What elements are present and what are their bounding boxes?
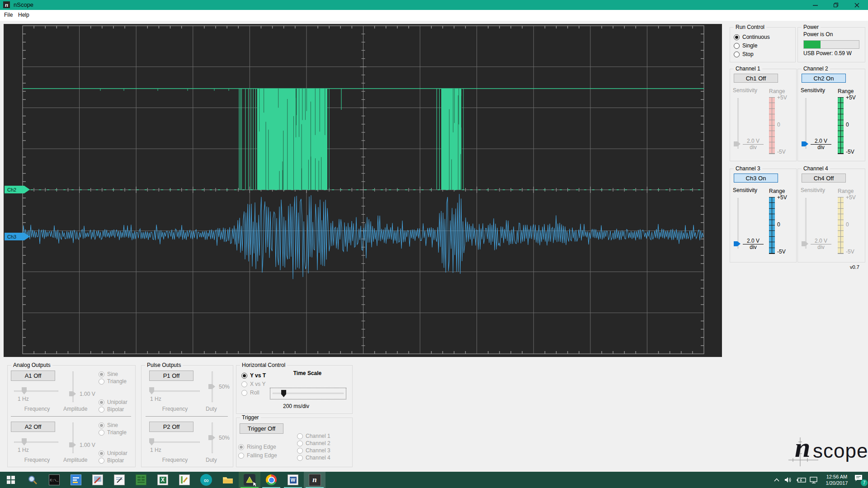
taskbar-photo-viewer[interactable]	[87, 472, 108, 488]
mode-yvst-radio[interactable]: Y vs T	[241, 372, 266, 379]
radio-single[interactable]: Single	[734, 42, 757, 49]
tray-chevron-button[interactable]	[772, 475, 781, 484]
tray-volume-button[interactable]	[783, 475, 794, 484]
taskbar-green-terminal[interactable]	[130, 472, 152, 488]
tray-battery-button[interactable]	[796, 475, 807, 484]
p1-frequency-slider[interactable]	[149, 390, 200, 392]
channel3-range-ruler[interactable]	[769, 197, 775, 254]
menu-file[interactable]: File	[4, 12, 13, 18]
a2-triangle-radio[interactable]: Triangle	[99, 429, 127, 436]
a2-sine-circle[interactable]	[99, 422, 104, 428]
radio-single-circle[interactable]	[734, 43, 740, 49]
trigger-channel4-circle[interactable]	[297, 455, 303, 461]
a1-sine-circle[interactable]	[99, 371, 104, 377]
trigger-channel2-radio[interactable]: Channel 2	[297, 440, 330, 446]
taskbar-start[interactable]	[0, 472, 22, 488]
radio-stop[interactable]: Stop	[734, 51, 754, 57]
taskbar-notebook[interactable]	[174, 472, 195, 488]
a1-triangle-radio[interactable]: Triangle	[99, 378, 127, 385]
trigger-channel1-radio[interactable]: Channel 1	[297, 433, 330, 439]
channel1-range-top: +5V	[777, 94, 787, 101]
channel2-range-ruler[interactable]	[838, 97, 844, 154]
falling-edge-radio[interactable]: Falling Edge	[238, 452, 277, 459]
tray-clock[interactable]: 12:56 AM 1/20/2017	[822, 474, 852, 486]
channel3-toggle-button[interactable]: Ch3 On	[734, 174, 778, 183]
a2-bipolar-radio[interactable]: Bipolar	[99, 457, 124, 464]
a1-toggle-button[interactable]: A1 Off	[11, 371, 55, 381]
mode-yvst-circle[interactable]	[241, 373, 247, 379]
tray-network-button[interactable]	[808, 475, 820, 484]
time-scale-slider[interactable]	[270, 388, 346, 399]
falling-edge-circle[interactable]	[238, 453, 244, 459]
a1-triangle-circle[interactable]	[99, 379, 104, 385]
channel4-range-ruler[interactable]	[838, 197, 844, 254]
tray-notification-button[interactable]: 7	[854, 474, 866, 485]
a1-amplitude-slider[interactable]	[72, 371, 74, 402]
p1-toggle-button[interactable]: P1 Off	[149, 371, 193, 381]
taskbar-arduino-ide[interactable]	[239, 472, 260, 488]
channel2-toggle-button[interactable]: Ch2 On	[802, 74, 846, 83]
radio-continuous-circle[interactable]	[734, 34, 740, 40]
channel1-range-ruler[interactable]	[769, 97, 775, 154]
taskbar-nscope[interactable]: n	[304, 472, 326, 488]
mode-xvsy-circle[interactable]	[241, 381, 247, 387]
menu-help[interactable]: Help	[18, 12, 29, 18]
mode-xvsy-label: X vs Y	[250, 381, 265, 387]
channel4-sensitivity-handle[interactable]	[802, 241, 808, 246]
trigger-off-button[interactable]: Trigger Off	[240, 423, 283, 434]
channel1-sensitivity-slider[interactable]	[737, 98, 739, 149]
restore-button[interactable]	[826, 0, 846, 10]
trigger-channel2-circle[interactable]	[297, 441, 303, 446]
rising-edge-radio[interactable]: Rising Edge	[238, 444, 276, 450]
p2-frequency-slider[interactable]	[149, 441, 200, 443]
minimize-button[interactable]	[805, 0, 826, 10]
radio-stop-circle[interactable]	[734, 52, 740, 57]
a1-bipolar-circle[interactable]	[99, 407, 104, 413]
a1-unipolar-circle[interactable]	[99, 399, 104, 405]
a2-amplitude-slider[interactable]	[72, 422, 74, 453]
mode-roll-circle[interactable]	[241, 390, 247, 396]
taskbar-word[interactable]: W	[282, 472, 304, 488]
a2-toggle-button[interactable]: A2 Off	[11, 422, 55, 432]
a2-triangle-circle[interactable]	[99, 430, 104, 436]
channel4-sensitivity-slider[interactable]	[805, 198, 807, 249]
channel1-sensitivity-handle[interactable]	[734, 141, 741, 146]
channel4-toggle-button[interactable]: Ch4 Off	[802, 174, 846, 183]
taskbar-command-prompt[interactable]: C:\_	[43, 472, 65, 488]
trigger-channel1-circle[interactable]	[297, 433, 303, 439]
trigger-channel3-radio[interactable]: Channel 3	[297, 447, 330, 454]
taskbar-file-explorer[interactable]	[217, 472, 239, 488]
a2-bipolar-circle[interactable]	[99, 458, 104, 464]
a2-unipolar-radio[interactable]: Unipolar	[99, 450, 127, 456]
channel3-volts: 2.0 V	[743, 238, 764, 244]
channel3-sensitivity-slider[interactable]	[737, 198, 739, 249]
taskbar-chrome[interactable]	[260, 472, 282, 488]
rising-edge-circle[interactable]	[238, 444, 244, 450]
a2-sine-radio[interactable]: Sine	[99, 422, 118, 428]
mode-xvsy-radio[interactable]: X vs Y	[241, 381, 265, 387]
channel2-sensitivity-handle[interactable]	[802, 141, 808, 146]
a2-unipolar-circle[interactable]	[99, 450, 104, 456]
mode-roll-radio[interactable]: Roll	[241, 389, 259, 396]
taskbar-search[interactable]	[22, 472, 43, 488]
p2-toggle-button[interactable]: P2 Off	[149, 422, 193, 432]
a1-unipolar-radio[interactable]: Unipolar	[99, 399, 127, 405]
channel2-sensitivity-slider[interactable]	[805, 98, 807, 149]
radio-continuous[interactable]: Continuous	[734, 34, 770, 40]
time-scale-handle[interactable]	[281, 390, 286, 397]
channel3-sensitivity-handle[interactable]	[734, 241, 741, 246]
channel1-toggle-button[interactable]: Ch1 Off	[734, 74, 778, 83]
a1-frequency-slider[interactable]	[14, 390, 58, 392]
a1-bipolar-radio[interactable]: Bipolar	[99, 406, 124, 413]
taskbar-control-panel[interactable]	[65, 472, 87, 488]
trigger-channel4-radio[interactable]: Channel 4	[297, 455, 330, 461]
taskbar-arduino-create[interactable]: ∞	[195, 472, 217, 488]
close-button[interactable]	[846, 0, 868, 10]
a1-sine-radio[interactable]: Sine	[99, 371, 118, 377]
taskbar-text-editor[interactable]	[108, 472, 130, 488]
a2-frequency-slider[interactable]	[14, 441, 58, 443]
trigger-channel3-circle[interactable]	[297, 448, 303, 454]
taskbar-excel[interactable]: X	[152, 472, 174, 488]
channel4-range-ticks	[838, 197, 844, 253]
power-group: Power Power is On USB Power: 0.59 W	[797, 27, 865, 62]
